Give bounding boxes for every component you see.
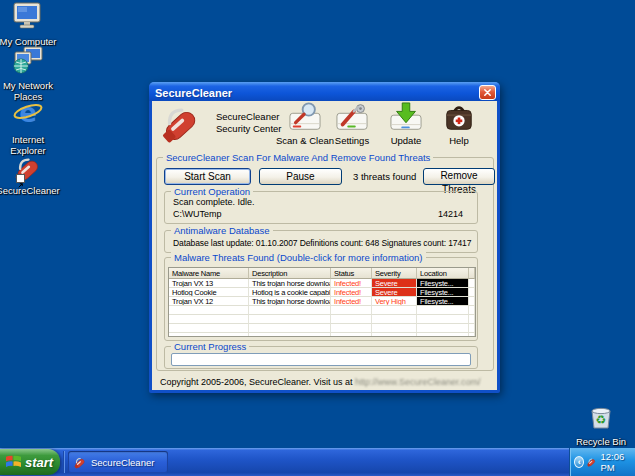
threat-location: Filesyste...: [417, 288, 469, 297]
scan-path-text: C:\WUTemp: [173, 209, 222, 219]
task-button-label: SecureCleaner: [91, 457, 154, 468]
taskbar-task-securecleaner[interactable]: SecureCleaner: [68, 451, 168, 473]
internet-explorer-icon: e: [0, 98, 56, 132]
desktop-icon-internet-explorer[interactable]: e Internet Explorer: [0, 98, 56, 156]
app-logo-vacuum-icon: [158, 102, 204, 144]
desktop-icon-my-network-places[interactable]: My Network Places: [0, 46, 56, 102]
current-operation-label: Current Operation: [171, 186, 253, 197]
window-body: SecureCleaner Security Center Scan & Cle…: [152, 101, 497, 390]
threat-description: This trojan horse downloa...: [249, 279, 331, 288]
system-tray: ‹ 12:06 PM: [569, 448, 635, 476]
window-title: SecureCleaner: [149, 87, 479, 99]
column-header-malware-name[interactable]: Malware Name: [169, 268, 249, 279]
column-header-stub: [469, 268, 475, 279]
my-computer-icon: [0, 2, 56, 34]
threat-status: Infected!: [331, 297, 372, 306]
threat-severity: Severe: [372, 279, 417, 288]
antimalware-database-label: Antimalware Database: [171, 225, 273, 236]
column-header-status[interactable]: Status: [331, 268, 372, 279]
desktop-icon-label: SecureCleaner: [0, 185, 61, 196]
empty-row: [169, 333, 475, 337]
threats-group: Malware Threats Found (Double-click for …: [164, 257, 478, 341]
taskbar-clock: 12:06 PM: [601, 451, 635, 473]
empty-row: [169, 315, 475, 324]
start-scan-button[interactable]: Start Scan: [164, 168, 251, 185]
brand-line1: SecureCleaner: [216, 111, 281, 123]
toolbar-label: Help: [427, 135, 491, 146]
scan-group: SecureCleaner Scan For Malware And Remov…: [156, 157, 494, 371]
row-stub: [469, 288, 475, 297]
threat-name: Hotlog Cookie: [169, 288, 249, 297]
items-scanned-count: 14214: [438, 209, 463, 219]
desktop: My Computer My Network Places e Internet…: [0, 0, 635, 476]
database-info-text: Database last update: 01.10.2007 Definit…: [173, 238, 471, 248]
threat-severity: Very High: [372, 297, 417, 306]
windows-flag-icon: [5, 453, 22, 472]
shortcut-arrow-icon: [16, 174, 25, 183]
threat-row[interactable]: Trojan VX 12 This trojan horse downloa..…: [169, 297, 475, 306]
threat-severity: Severe: [372, 288, 417, 297]
progress-group: Current Progress: [164, 346, 478, 369]
help-icon: [427, 102, 491, 134]
empty-row: [169, 324, 475, 333]
desktop-icon-label: Internet Explorer: [0, 134, 61, 156]
remove-threats-button[interactable]: Remove Threats: [423, 168, 495, 185]
taskbar-divider: [63, 451, 65, 473]
copyright-line: Copyright 2005-2006, SecureCleaner. Visi…: [160, 377, 481, 387]
securecleaner-task-icon: [73, 456, 87, 469]
start-button[interactable]: start: [0, 449, 60, 475]
threats-table: Malware Name Description Status Severity…: [168, 267, 476, 337]
close-button[interactable]: [479, 85, 496, 100]
toolbar-help-button[interactable]: Help: [427, 102, 491, 146]
row-stub: [469, 279, 475, 288]
progress-group-label: Current Progress: [171, 341, 249, 352]
threats-group-label: Malware Threats Found (Double-click for …: [171, 252, 426, 263]
threat-location: Filesyste...: [417, 279, 469, 288]
svg-text:♻: ♻: [596, 413, 607, 427]
threat-row[interactable]: Trojan VX 13 This trojan horse downloa..…: [169, 279, 475, 288]
desktop-icon-recycle-bin[interactable]: ♻ Recycle Bin: [573, 402, 629, 447]
hide-icons-chevron[interactable]: ‹: [574, 456, 584, 468]
column-header-location[interactable]: Location: [417, 268, 469, 279]
empty-row: [169, 306, 475, 315]
threat-name: Trojan VX 12: [169, 297, 249, 306]
threat-status: Infected!: [331, 288, 372, 297]
desktop-icon-label: Recycle Bin: [568, 436, 634, 447]
svg-text:e: e: [19, 98, 37, 128]
column-header-description[interactable]: Description: [249, 268, 331, 279]
threat-row[interactable]: Hotlog Cookie Hotlog is a cookie capable…: [169, 288, 475, 297]
desktop-icon-securecleaner[interactable]: SecureCleaner: [0, 154, 56, 196]
securecleaner-window: SecureCleaner SecureCleaner Security Cen…: [149, 82, 500, 393]
taskbar: start SecureCleaner ‹ 12:06 PM: [0, 448, 635, 476]
threat-description: This trojan horse downloa...: [249, 297, 331, 306]
titlebar[interactable]: SecureCleaner: [149, 82, 500, 101]
brand-line2: Security Center: [216, 123, 281, 135]
pause-button[interactable]: Pause: [259, 168, 342, 185]
threat-status: Infected!: [331, 279, 372, 288]
copyright-text: Copyright 2005-2006, SecureCleaner. Visi…: [160, 377, 352, 387]
threats-table-header: Malware Name Description Status Severity…: [169, 268, 475, 279]
desktop-icon-my-computer[interactable]: My Computer: [0, 2, 56, 47]
threat-name: Trojan VX 13: [169, 279, 249, 288]
close-icon: [483, 88, 492, 97]
threat-description: Hotlog is a cookie capable ...: [249, 288, 331, 297]
antimalware-database-group: Antimalware Database Database last updat…: [164, 230, 478, 253]
securecleaner-tray-icon[interactable]: [586, 456, 597, 468]
threat-location: Filesyste...: [417, 297, 469, 306]
column-header-severity[interactable]: Severity: [372, 268, 417, 279]
scan-group-label: SecureCleaner Scan For Malware And Remov…: [163, 152, 433, 163]
brand-text: SecureCleaner Security Center: [216, 111, 281, 135]
threats-found-text: 3 threats found: [353, 171, 416, 182]
securecleaner-icon: [12, 154, 44, 183]
recycle-bin-icon: ♻: [573, 402, 629, 434]
scan-status-text: Scan complete. Idle.: [173, 197, 255, 207]
start-button-label: start: [25, 455, 53, 470]
website-link[interactable]: http://www.SecureCleaner.com/: [355, 377, 481, 387]
row-stub: [469, 297, 475, 306]
current-operation-group: Current Operation Scan complete. Idle. C…: [164, 191, 478, 224]
my-network-places-icon: [0, 46, 56, 78]
progress-bar: [171, 353, 471, 366]
